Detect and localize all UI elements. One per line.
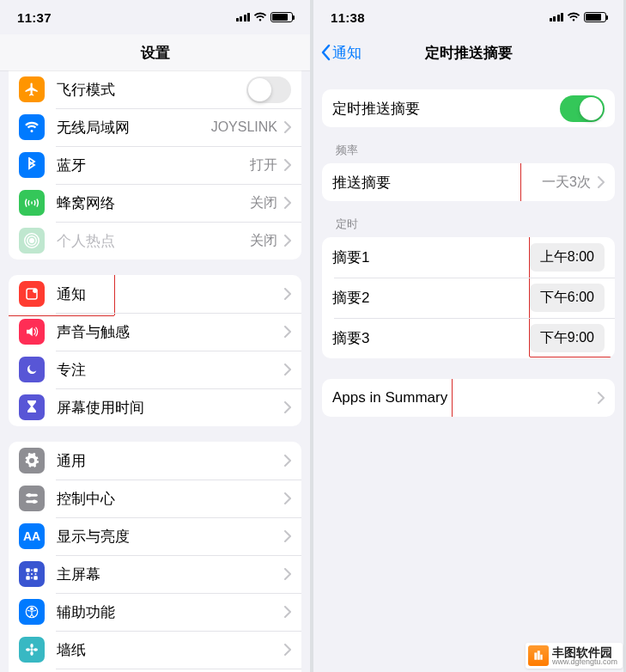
time-pill[interactable]: 下午6:00 xyxy=(530,284,605,312)
status-icons xyxy=(236,12,294,22)
svg-point-24 xyxy=(33,648,38,651)
row-wifi[interactable]: 无线局域网 JOYSLINK xyxy=(9,108,301,146)
status-icons xyxy=(550,12,607,22)
svg-point-8 xyxy=(33,500,37,504)
row-label: 屏幕使用时间 xyxy=(57,398,284,418)
row-label: 专注 xyxy=(57,360,284,380)
row-label: 控制中心 xyxy=(57,489,284,509)
battery-icon xyxy=(270,12,293,22)
row-hotspot: 个人热点 关闭 xyxy=(9,222,301,260)
watermark-url: www.dgfengtu.com xyxy=(552,658,617,666)
row-label: 摘要1 xyxy=(332,247,530,267)
row-label: 推送摘要 xyxy=(332,173,542,192)
svg-point-20 xyxy=(30,648,33,651)
chevron-icon xyxy=(284,644,291,656)
row-sound[interactable]: 声音与触感 xyxy=(9,313,301,351)
right-phone: 11:38 通知 定时推送摘要 定时推送摘要 频率 推送摘要 一天3次 定 xyxy=(313,0,623,672)
svg-point-17 xyxy=(31,573,33,575)
time-pill[interactable]: 下午9:00 xyxy=(530,324,605,352)
svg-rect-10 xyxy=(33,568,38,572)
row-screentime[interactable]: 屏幕使用时间 xyxy=(9,388,301,426)
row-airplane[interactable]: 飞行模式 xyxy=(9,70,301,108)
scheduled-toggle[interactable] xyxy=(560,95,605,122)
hourglass-icon xyxy=(19,394,45,420)
chevron-icon xyxy=(284,235,291,247)
row-label: 显示与亮度 xyxy=(57,527,284,547)
row-apps-in-summary[interactable]: Apps in Summary xyxy=(322,379,615,417)
group-scheduled: 定时推送摘要 xyxy=(322,89,615,127)
row-label: Apps in Summary xyxy=(332,389,598,406)
svg-point-23 xyxy=(26,648,30,651)
svg-rect-9 xyxy=(26,568,30,572)
row-value: 关闭 xyxy=(250,194,277,212)
svg-point-21 xyxy=(30,644,33,648)
row-label: 摘要3 xyxy=(332,328,530,348)
row-siri[interactable]: Siri与搜索 xyxy=(9,669,301,672)
row-accessibility[interactable]: 辅助功能 xyxy=(9,593,301,631)
watermark-text: 丰图软件园 xyxy=(552,646,617,658)
airplane-icon xyxy=(19,76,45,102)
row-cellular[interactable]: 蜂窝网络 关闭 xyxy=(9,184,301,222)
wifi-icon xyxy=(567,12,580,22)
chevron-icon xyxy=(284,197,291,209)
svg-rect-11 xyxy=(26,576,30,580)
signal-icon xyxy=(236,13,251,21)
row-label: 声音与触感 xyxy=(57,322,284,342)
row-label: 主屏幕 xyxy=(57,565,284,584)
page-title: 设置 xyxy=(141,43,170,63)
chevron-icon xyxy=(284,568,291,580)
group-apps: Apps in Summary xyxy=(322,379,615,417)
page-header: 设置 xyxy=(0,34,310,70)
settings-group-system: 通用 控制中心 AA 显示与亮度 主屏幕 辅助功能 xyxy=(9,442,301,672)
svg-point-14 xyxy=(31,577,33,579)
moon-icon xyxy=(19,357,45,382)
chevron-icon xyxy=(598,392,605,404)
row-focus[interactable]: 专注 xyxy=(9,351,301,388)
chevron-icon xyxy=(284,492,291,504)
row-bluetooth[interactable]: 蓝牙 打开 xyxy=(9,146,301,184)
row-label: 通知 xyxy=(57,284,284,304)
back-button[interactable]: 通知 xyxy=(320,43,362,63)
row-value: 关闭 xyxy=(250,232,277,250)
notifications-icon xyxy=(19,281,45,307)
svg-rect-12 xyxy=(33,576,38,580)
chevron-icon xyxy=(284,455,291,467)
row-label: 定时推送摘要 xyxy=(332,99,560,119)
status-bar: 11:37 xyxy=(0,0,310,34)
row-time-3[interactable]: 摘要3 下午9:00 xyxy=(322,318,615,358)
wifi-icon xyxy=(253,12,267,22)
row-general[interactable]: 通用 xyxy=(9,442,301,480)
sliders-icon xyxy=(19,486,45,511)
row-display[interactable]: AA 显示与亮度 xyxy=(9,517,301,555)
row-control-center[interactable]: 控制中心 xyxy=(9,480,301,517)
chevron-icon xyxy=(284,159,291,171)
row-time-1[interactable]: 摘要1 上午8:00 xyxy=(322,237,615,278)
hotspot-icon xyxy=(19,228,45,254)
status-bar: 11:38 xyxy=(313,0,623,34)
time-pill[interactable]: 上午8:00 xyxy=(530,243,605,272)
settings-group-connectivity: 飞行模式 无线局域网 JOYSLINK 蓝牙 打开 蜂窝网络 关闭 xyxy=(9,70,301,260)
wifi-icon xyxy=(19,114,45,140)
row-homescreen[interactable]: 主屏幕 xyxy=(9,555,301,593)
row-scheduled-toggle[interactable]: 定时推送摘要 xyxy=(322,89,615,127)
row-notifications[interactable]: 通知 xyxy=(9,275,301,313)
group-label-schedule: 定时 xyxy=(336,217,615,232)
chevron-icon xyxy=(284,606,291,618)
svg-point-22 xyxy=(30,651,33,656)
gear-icon xyxy=(19,448,45,473)
cellular-icon xyxy=(19,190,45,216)
svg-point-19 xyxy=(31,608,33,610)
display-icon: AA xyxy=(19,523,45,549)
watermark-icon xyxy=(528,645,549,666)
row-label: 飞行模式 xyxy=(57,80,246,100)
chevron-icon xyxy=(284,401,291,413)
row-label: 墙纸 xyxy=(57,640,284,660)
row-wallpaper[interactable]: 墙纸 xyxy=(9,631,301,669)
chevron-icon xyxy=(284,288,291,300)
airplane-toggle[interactable] xyxy=(246,76,291,103)
row-frequency[interactable]: 推送摘要 一天3次 xyxy=(322,163,615,201)
chevron-icon xyxy=(598,176,605,188)
status-time: 11:38 xyxy=(331,10,365,25)
row-time-2[interactable]: 摘要2 下午6:00 xyxy=(322,278,615,318)
row-label: 无线局域网 xyxy=(57,118,211,137)
